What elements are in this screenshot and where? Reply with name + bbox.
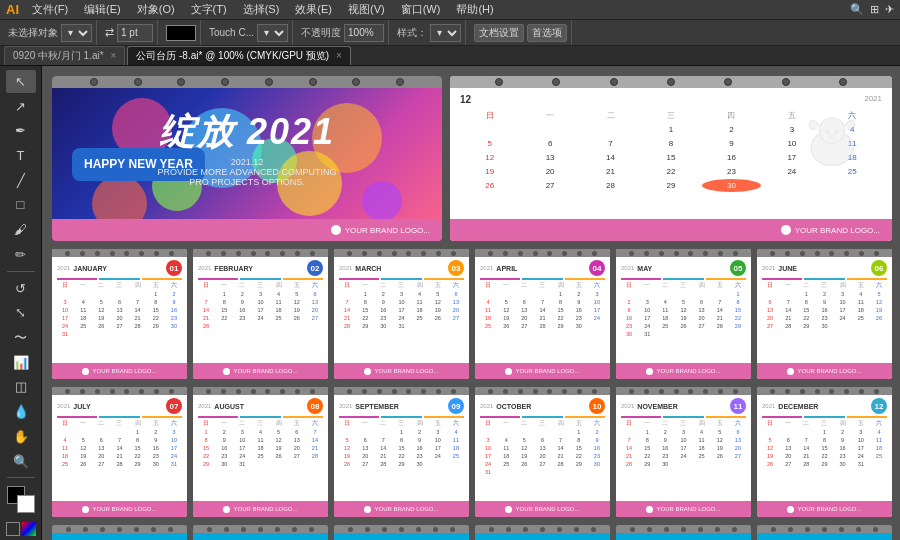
mc-footer-logo: YOUR BRAND LOGO... xyxy=(364,368,438,375)
mc-content: 日一二三四五六123456789101112131415161718192021… xyxy=(193,282,328,363)
style-dropdown[interactable]: ▾ xyxy=(430,24,461,42)
mc-spiral-dot xyxy=(280,389,285,394)
mc-day: 3 xyxy=(638,298,656,306)
mc-day: 18 xyxy=(56,452,74,460)
mc-day: 16 xyxy=(233,306,251,314)
mc-spiral-dot xyxy=(733,251,738,256)
canvas-area[interactable]: HAPPY NEW YEAR 绽放 2021 2021.12 PROVIDE M… xyxy=(42,66,900,540)
mc-dh: 日 xyxy=(197,420,215,427)
mc-day: 17 xyxy=(165,444,183,452)
mc-logo-dot xyxy=(364,368,371,375)
mc-day: 19 xyxy=(288,306,306,314)
tab-calendar[interactable]: 公司台历 -8.ai* @ 100% (CMYK/GPU 预览) × xyxy=(127,46,351,65)
mc-day: 7 xyxy=(797,436,815,444)
mc-footer-text: YOUR BRAND LOGO... xyxy=(797,368,861,374)
mc-days-grid: 1234567891011121314151617181920212223242… xyxy=(479,428,606,476)
mc-day: 16 xyxy=(815,306,833,314)
pc-spiral-dot xyxy=(523,527,528,532)
mc-footer-logo: YOUR BRAND LOGO... xyxy=(505,506,579,513)
touch-dropdown[interactable]: ▾ xyxy=(257,24,288,42)
mc-footer: YOUR BRAND LOGO... xyxy=(757,363,892,379)
mc-empty-day xyxy=(638,290,656,298)
background-color[interactable] xyxy=(17,495,35,513)
mc-day: 14 xyxy=(110,444,128,452)
scale-tool[interactable]: ⤡ xyxy=(6,301,36,324)
mc-day: 27 xyxy=(92,460,110,468)
prefs-button[interactable]: 首选项 xyxy=(527,24,567,42)
mc-spiral-dot xyxy=(829,251,834,256)
mc-dh: 二 xyxy=(656,420,674,427)
eyedropper-tool[interactable]: 💧 xyxy=(6,400,36,423)
gradient-swatch[interactable] xyxy=(22,522,36,536)
paintbrush-tool[interactable]: 🖌 xyxy=(6,218,36,241)
select-dropdown[interactable]: ▾ xyxy=(61,24,92,42)
stroke-width-input[interactable] xyxy=(117,24,153,42)
mc-spiral-dot xyxy=(124,389,129,394)
day-19: 19 xyxy=(460,165,519,178)
mc-footer-logo: YOUR BRAND LOGO... xyxy=(505,368,579,375)
mc-day: 25 xyxy=(870,452,888,460)
mc-bar xyxy=(663,416,703,418)
mc-dh: 六 xyxy=(729,420,747,427)
day-22: 22 xyxy=(641,165,700,178)
mc-spiral-dot xyxy=(451,251,456,256)
none-swatch[interactable] xyxy=(6,522,20,536)
mc-spiral-dot xyxy=(80,251,85,256)
direct-select-tool[interactable]: ↗ xyxy=(6,95,36,118)
tab-0920-close[interactable]: × xyxy=(110,50,116,61)
select-tool[interactable]: ↖ xyxy=(6,70,36,93)
mc-day: 16 xyxy=(165,306,183,314)
menu-view[interactable]: 视图(V) xyxy=(345,2,388,17)
mc-dh: 四 xyxy=(552,420,570,427)
tab-0920[interactable]: 0920 中秋/月门 1.ai* × xyxy=(4,46,125,65)
mc-month-name: NOVEMBER xyxy=(637,403,677,410)
pc-spiral-dot xyxy=(839,527,844,532)
mc-empty-day xyxy=(761,290,779,298)
mc-day: 1 xyxy=(570,428,588,436)
mc-day: 14 xyxy=(711,306,729,314)
warp-tool[interactable]: 〜 xyxy=(6,326,36,349)
menu-window[interactable]: 窗口(W) xyxy=(398,2,444,17)
graph-tool[interactable]: 📊 xyxy=(6,351,36,374)
mc-dh: 五 xyxy=(429,420,447,427)
mc-day: 3 xyxy=(165,428,183,436)
menu-text[interactable]: 文字(T) xyxy=(188,2,230,17)
photo-card-06: 📷 YOUR BRAND LOGO... 06 xyxy=(757,525,892,540)
line-tool[interactable]: ╱ xyxy=(6,169,36,192)
gradient-tool[interactable]: ◫ xyxy=(6,376,36,399)
menu-select[interactable]: 选择(S) xyxy=(240,2,283,17)
mc-day: 15 xyxy=(815,444,833,452)
pc-spiral-dot xyxy=(574,527,579,532)
hand-tool[interactable]: ✋ xyxy=(6,425,36,448)
search-icon[interactable]: 🔍 xyxy=(850,3,864,16)
pen-tool[interactable]: ✒ xyxy=(6,119,36,142)
pencil-tool[interactable]: ✏ xyxy=(6,243,36,266)
mc-spiral xyxy=(475,249,610,257)
mc-day: 25 xyxy=(479,322,497,330)
zoom-tool[interactable]: 🔍 xyxy=(6,450,36,473)
menu-effect[interactable]: 效果(E) xyxy=(292,2,335,17)
mc-empty-day xyxy=(56,428,74,436)
tab-calendar-close[interactable]: × xyxy=(336,50,342,61)
rect-tool[interactable]: □ xyxy=(6,194,36,217)
mc-day: 16 xyxy=(411,444,429,452)
spiral-dot xyxy=(667,78,675,86)
menu-file[interactable]: 文件(F) xyxy=(29,2,71,17)
opacity-input[interactable] xyxy=(344,24,384,42)
mc-dh: 一 xyxy=(215,420,233,427)
mc-bar xyxy=(198,278,238,280)
menu-edit[interactable]: 编辑(E) xyxy=(81,2,124,17)
mc-day: 24 xyxy=(479,460,497,468)
menu-object[interactable]: 对象(O) xyxy=(134,2,178,17)
type-tool[interactable]: T xyxy=(6,144,36,167)
pc-spiral-dot xyxy=(664,527,669,532)
pc-spiral-dot xyxy=(66,527,71,532)
menu-help[interactable]: 帮助(H) xyxy=(453,2,496,17)
doc-settings-button[interactable]: 文档设置 xyxy=(474,24,524,42)
dh-wed: 三 xyxy=(641,109,700,122)
mc-days-grid: 1234567891011121314151617181920212223242… xyxy=(197,290,324,330)
mc-day: 18 xyxy=(270,306,288,314)
mc-days-grid: 1234567891011121314151617181920212223242… xyxy=(338,428,465,468)
mc-day: 24 xyxy=(852,452,870,460)
rotate-tool[interactable]: ↺ xyxy=(6,277,36,300)
